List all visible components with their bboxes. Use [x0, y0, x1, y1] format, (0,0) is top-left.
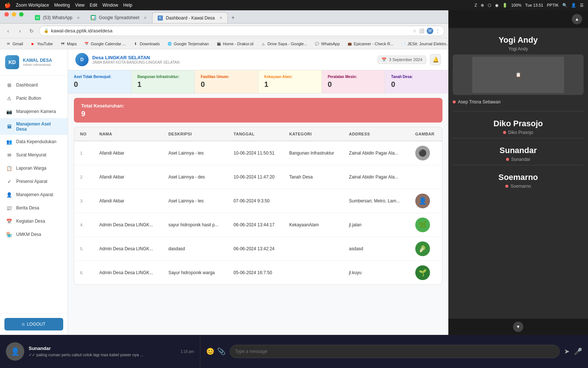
menu-help[interactable]: Help [123, 3, 132, 8]
tab-dashboard-close[interactable]: ✕ [219, 16, 222, 20]
stat-cards: Aset Tidak Berwujud: 0 Bangunan Infrastr… [68, 70, 448, 93]
menu-edit[interactable]: Edit [90, 3, 97, 8]
emoji-button[interactable]: 😊 [206, 347, 214, 355]
microphone-button[interactable]: 🎤 [574, 347, 582, 355]
sidebar-item-kamera[interactable]: 📷 Manajemen Kamera [0, 105, 68, 118]
desa-info: D Desa LINGKAR SELATAN JAWA BARAT-KOTA B… [75, 53, 179, 66]
diko-subtitle-text: Diko Prasojo [508, 130, 533, 135]
cell-kategori [283, 237, 343, 261]
surat-icon: ✉ [6, 152, 12, 158]
send-button[interactable]: ➤ [564, 347, 570, 355]
table-row: 4. Admin Desa Desa LINGK... sayur hidrop… [74, 213, 442, 237]
total-value: 9 [81, 110, 124, 118]
participant-yogi-name: Yogi Andy [453, 32, 584, 46]
sidebar-item-presensi[interactable]: ✓ Presensi Aparat [0, 175, 68, 188]
cell-address: Sumbersari, Metro, Lam... [343, 189, 409, 213]
zoom-icon: Z [474, 3, 477, 7]
star-icon[interactable]: ☆ [413, 28, 417, 33]
bookmark-whatsapp[interactable]: 💬 WhatsApp [312, 40, 343, 47]
sidebar-item-umkm[interactable]: 🏪 UMKM Desa [0, 228, 68, 241]
sidebar-item-aset[interactable]: 🏛 Manajemen Aset Desa [0, 118, 68, 135]
menu-meeting[interactable]: Meeting [54, 3, 70, 8]
assets-table: NO NAMA DESKRIPSI TANGGAL KATEGORI ADDRE… [74, 127, 442, 284]
bookmark-drive[interactable]: △ Drive Saya - Google... [258, 40, 310, 47]
bookmark-downloads-label: Downloads [140, 42, 159, 46]
bookmark-maps[interactable]: 🗺 Maps [57, 40, 80, 47]
tab-whatsapp-close[interactable]: ✕ [77, 16, 80, 20]
maps-favicon: 🗺 [60, 41, 65, 46]
sidebar-item-kegiatan-label: Kegiatan Desa [16, 219, 45, 224]
col-gambar: GAMBAR [409, 127, 442, 141]
sidebar-item-laporan[interactable]: 📋 Laporan Warga [0, 162, 68, 175]
sidebar-item-panic[interactable]: ⚠ Panic Button [0, 92, 68, 105]
menu-icon[interactable]: ☰ [580, 3, 584, 8]
logout-icon: ⎋ [22, 322, 25, 327]
avatar: 👤 [415, 194, 430, 208]
user-icon[interactable]: 👤 [571, 3, 576, 8]
notification-button[interactable]: 🔔 [430, 54, 441, 65]
participant-sunandar-name: Sunandar [453, 143, 584, 157]
desa-logo: D [75, 53, 89, 66]
sidebar-item-panic-label: Panic Button [16, 96, 41, 101]
message-input[interactable] [230, 345, 560, 358]
kependudukan-icon: 👥 [6, 138, 12, 145]
tab-dashboard[interactable]: K Dashboard - Kawal Desa ✕ [152, 12, 227, 23]
desa-name: Desa LINGKAR SELATAN [92, 55, 179, 60]
participant-sunandar-subname: Sunandar [453, 157, 584, 162]
reload-button[interactable]: ↻ [27, 26, 36, 35]
tab-whatsapp[interactable]: W (53) WhatsApp ✕ [29, 12, 85, 23]
kegiatan-icon: 📅 [6, 218, 12, 224]
zoom-down-button[interactable]: ▼ [513, 322, 523, 332]
close-button[interactable] [4, 12, 9, 17]
attach-button[interactable]: 📎 [217, 347, 225, 355]
bookmark-epicareer[interactable]: 💼 Epicareer - Check R... [344, 40, 397, 47]
wa-favicon: 💬 [315, 41, 320, 46]
chat-preview[interactable]: 👤 Sunandar ✓✓ paling cuman perlu cabut c… [0, 335, 200, 368]
forward-button[interactable]: › [15, 26, 24, 35]
bookmark-jesit[interactable]: 📄 JESit: Journal Elektro... [398, 40, 448, 47]
menu-view[interactable]: View [75, 3, 85, 8]
url-bar[interactable]: 🔒 kawal-desa.pptik.id/asetdesa ☆ ⬜ M ⋮ [39, 26, 445, 36]
bookmark-gmail[interactable]: ✉ Gmail [3, 40, 26, 47]
new-tab-button[interactable]: + [228, 12, 239, 23]
more-icon[interactable]: ⋮ [435, 28, 440, 33]
sidebar-item-aparat[interactable]: 👤 Manajemen Aparat [0, 188, 68, 201]
bookmark-downloads[interactable]: ⬇ Downloads [130, 40, 162, 47]
bookmark-drakor[interactable]: 🎬 Home - Drakor.id [214, 40, 257, 47]
tab-spreadsheet-close[interactable]: ✕ [144, 16, 147, 20]
sidebar-item-kependudukan[interactable]: 👥 Data Kependudukan [0, 135, 68, 148]
cell-nama: Afandi Akbar [93, 165, 162, 189]
table-row: 5. Admin Desa Desa LINGK... dasdasd 06-0… [74, 237, 442, 261]
minimize-button[interactable] [12, 12, 16, 17]
maximize-button[interactable] [19, 12, 24, 17]
sidebar-item-dashboard[interactable]: ⊞ Dashboard [0, 78, 68, 92]
extension-icon[interactable]: ⬜ [419, 28, 424, 33]
sidebar-item-surat[interactable]: ✉ Surat Menyurat [0, 148, 68, 162]
bookmark-translate[interactable]: 🌐 Google Terjemahan [164, 40, 212, 47]
bookmark-youtube[interactable]: ▶ YouTube [28, 40, 56, 47]
total-label: Total Keseluruhan: [81, 103, 124, 109]
sidebar-item-kegiatan[interactable]: 📅 Kegiatan Desa [0, 215, 68, 228]
page-content: D Desa LINGKAR SELATAN JAWA BARAT-KOTA B… [68, 49, 448, 335]
aset-icon: 🏛 [6, 123, 12, 130]
back-button[interactable]: ‹ [4, 26, 12, 35]
sidebar-item-berita[interactable]: 📰 Berita Desa [0, 201, 68, 215]
cell-gambar: 🥬 [409, 237, 442, 261]
logo-icon: KD [5, 55, 19, 69]
downloads-favicon: ⬇ [133, 41, 138, 46]
bookmark-calendar[interactable]: 📅 Google Calendar ... [81, 40, 129, 47]
zoom-up-button[interactable]: ▲ [572, 14, 582, 24]
profile-icon[interactable]: M [427, 28, 433, 34]
cell-tanggal: 05-06-2024 16:7:50 [228, 261, 283, 285]
menu-window[interactable]: Window [103, 3, 118, 8]
col-no: NO [74, 127, 93, 141]
sunandar-subtitle-text: Sunandar [511, 157, 530, 162]
search-icon[interactable]: 🔍 [562, 3, 567, 8]
col-kategori: KATEGORI [283, 127, 343, 141]
bookmark-jesit-label: JESit: Journal Elektro... [408, 42, 448, 46]
sidebar: KD KAWAL DESA Admin Administrasi ⊞ Dashb… [0, 49, 68, 335]
tab-spreadsheet[interactable]: 📊 Google Spreadsheet ✕ [85, 12, 152, 23]
participant-asep: Asep Trisna Setiawan [453, 98, 584, 105]
logout-button[interactable]: ⎋ LOGOUT [4, 318, 63, 330]
participant-soemarno-subname: Soemarno [453, 184, 584, 189]
